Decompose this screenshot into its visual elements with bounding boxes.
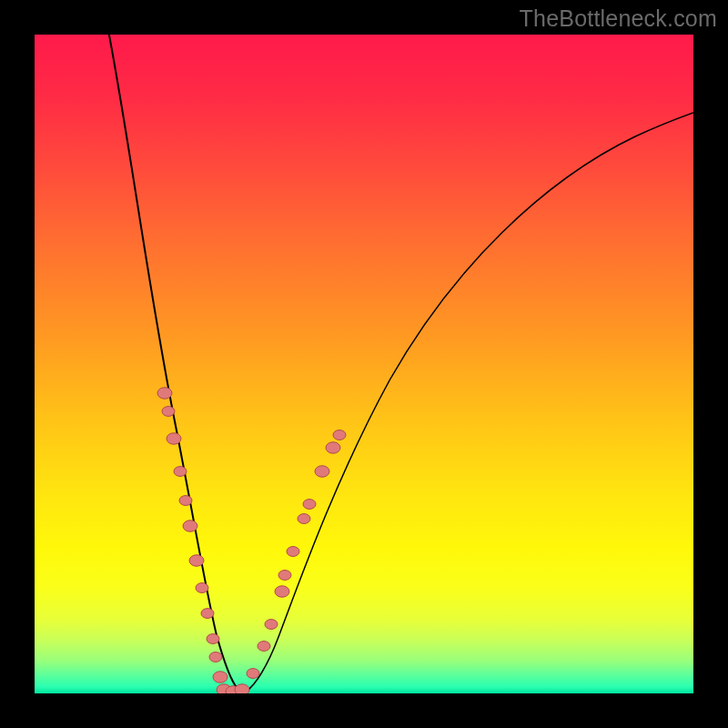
chart-frame: TheBottleneck.com (0, 0, 728, 728)
data-dot (183, 521, 197, 531)
watermark-text: TheBottleneck.com (520, 5, 717, 32)
data-dot (209, 652, 222, 662)
data-dot (174, 467, 187, 477)
curve-right-branch (246, 107, 693, 692)
data-dot (287, 547, 299, 557)
data-dot (247, 669, 259, 679)
dots-left (157, 388, 228, 682)
data-dot (303, 500, 316, 510)
dots-right (247, 430, 346, 679)
data-dot (167, 433, 181, 444)
data-dot (162, 407, 175, 417)
data-dot (275, 586, 289, 597)
data-dot (298, 514, 310, 524)
data-dot (196, 583, 208, 593)
data-dot (258, 642, 270, 652)
curve-left-branch (107, 35, 240, 692)
dots-valley (217, 684, 249, 693)
data-dot (326, 442, 340, 453)
data-dot (189, 555, 204, 566)
plot-area (35, 35, 693, 693)
data-dot (278, 571, 291, 581)
data-dot (207, 634, 219, 644)
data-dot (179, 496, 192, 506)
data-dot (201, 609, 214, 619)
data-dot (315, 466, 329, 477)
data-dot (265, 620, 278, 630)
data-dot (213, 672, 228, 682)
curves-layer (35, 35, 693, 693)
data-dot (235, 684, 249, 693)
data-dot (157, 388, 172, 399)
data-dot (333, 430, 346, 440)
